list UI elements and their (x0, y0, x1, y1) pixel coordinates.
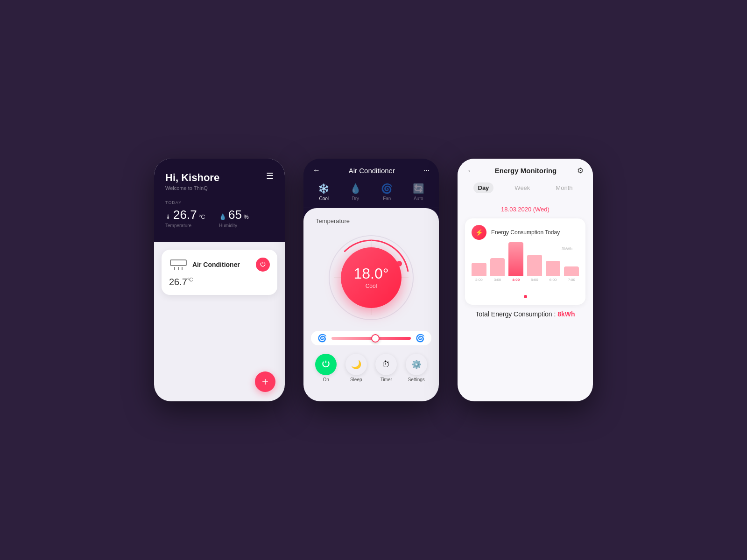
energy-topbar: ← Energy Monitoring ⚙ (458, 159, 593, 180)
back-button[interactable]: ← (313, 166, 320, 175)
bar-300: 3:00 (490, 258, 505, 282)
droplet-icon: 💧 (219, 213, 226, 220)
timer-control[interactable]: ⏱ Timer (375, 354, 397, 382)
bar-200-label: 2:00 (475, 278, 483, 282)
energy-bolt-icon: ⚡ (472, 225, 486, 240)
temperature-section-label: Temperature (316, 217, 350, 224)
temp-unit: °C (199, 214, 205, 220)
settings-label: Settings (408, 377, 425, 382)
screens-container: Hi, Kishore Welcome to ThinQ ☰ TODAY 🌡 2… (154, 159, 593, 401)
settings-button[interactable]: ⚙️ (406, 354, 427, 375)
settings-control[interactable]: ⚙️ Settings (406, 354, 427, 382)
device-temperature: 26.7°C (169, 277, 270, 287)
bar-700-label: 7:00 (568, 278, 575, 282)
device-card: Air Conditioner 26.7°C (162, 250, 277, 295)
add-device-button[interactable]: + (255, 371, 275, 392)
on-control[interactable]: On (315, 354, 337, 382)
sleep-label: Sleep (350, 377, 362, 382)
bar-500-label: 5:00 (531, 278, 538, 282)
chart-indicator-row (472, 295, 579, 298)
bar-300-label: 3:00 (494, 278, 501, 282)
screen3-energy: ← Energy Monitoring ⚙ Day Week Month 18.… (458, 159, 593, 401)
humidity-metric: 💧 65 % (219, 208, 249, 222)
temperature-dial[interactable]: 18.0° Cool (324, 231, 418, 324)
snowflake-icon: ❄️ (318, 183, 330, 194)
fan-speed-slider[interactable] (331, 337, 411, 340)
sleep-button[interactable]: 🌙 (345, 354, 367, 375)
device-name: Air Conditioner (192, 261, 240, 268)
energy-back-button[interactable]: ← (467, 167, 474, 175)
today-label: TODAY (165, 200, 274, 205)
energy-card-title: Energy Consumption Today (491, 229, 560, 236)
mode-cool[interactable]: ❄️ Cool (318, 183, 330, 201)
bar-600-rect (546, 261, 561, 276)
screen2-ac-control: ← Air Conditioner ··· ❄️ Cool 💧 Dry 🌀 Fa… (303, 159, 439, 401)
control-buttons-row: On 🌙 Sleep ⏱ Timer ⚙️ Settings (311, 352, 431, 384)
mode-dry-label: Dry (352, 196, 359, 201)
hamburger-icon[interactable]: ☰ (266, 172, 274, 180)
energy-card: ⚡ Energy Consumption Today 3kWh 2:00 3:0… (465, 218, 585, 305)
chart-max-label: 3kWh (562, 246, 572, 251)
sleep-control[interactable]: 🌙 Sleep (345, 354, 367, 382)
metrics-row: 🌡 26.7 °C Temperature 💧 65 % Humidity (165, 208, 274, 228)
energy-date: 18.03.2020 (Wed) (465, 206, 585, 213)
bar-500: 5:00 (527, 255, 542, 282)
mode-fan-label: Fan (383, 196, 391, 201)
chart-indicator-dot (524, 295, 527, 298)
bar-700-rect (564, 266, 579, 276)
ac-title: Air Conditioner (349, 167, 395, 175)
bar-400-label: 4:00 (512, 278, 520, 282)
mode-tabs: ❄️ Cool 💧 Dry 🌀 Fan 🔄 Auto (303, 179, 439, 208)
fan-speed-row: 🌀 🌀 (311, 331, 431, 345)
energy-gear-icon[interactable]: ⚙ (577, 166, 584, 175)
bar-700: 7:00 (564, 266, 579, 282)
mode-dry[interactable]: 💧 Dry (350, 183, 361, 201)
ac-unit-icon (169, 257, 188, 272)
time-tabs: Day Week Month (458, 180, 593, 199)
total-consumption-row: Total Energy Consumption : 8kWh (465, 310, 585, 318)
mode-cool-label: Cool (319, 196, 329, 201)
bar-600: 6:00 (546, 261, 561, 282)
dial-temp-mode: Cool (366, 283, 377, 289)
bar-300-rect (490, 258, 505, 276)
bar-200: 2:00 (472, 263, 486, 282)
on-button[interactable] (315, 354, 337, 375)
tab-month[interactable]: Month (551, 182, 577, 193)
humidity-value: 65 (228, 208, 242, 222)
energy-body: 18.03.2020 (Wed) ⚡ Energy Consumption To… (458, 199, 593, 401)
power-button[interactable] (256, 258, 270, 272)
energy-title: Energy Monitoring (495, 167, 557, 175)
total-label: Total Energy Consumption : (475, 310, 556, 318)
on-label: On (323, 377, 329, 382)
screen1-home: Hi, Kishore Welcome to ThinQ ☰ TODAY 🌡 2… (154, 159, 285, 401)
timer-button[interactable]: ⏱ (375, 354, 397, 375)
tab-day[interactable]: Day (473, 182, 494, 193)
bar-600-label: 6:00 (550, 278, 557, 282)
humidity-unit: % (244, 214, 249, 220)
more-button[interactable]: ··· (423, 166, 430, 175)
energy-chart: 3kWh 2:00 3:00 4:00 (472, 246, 579, 293)
subtitle-text: Welcome to ThinQ (165, 185, 219, 191)
dry-icon: 💧 (350, 183, 361, 194)
tab-week[interactable]: Week (510, 182, 535, 193)
mode-auto[interactable]: 🔄 Auto (413, 183, 424, 201)
mode-auto-label: Auto (414, 196, 423, 201)
fan-low-icon: 🌀 (317, 334, 327, 343)
temperature-metric: 🌡 26.7 °C (165, 208, 205, 222)
bar-500-rect (527, 255, 542, 276)
mode-fan[interactable]: 🌀 Fan (381, 183, 393, 201)
ac-topbar: ← Air Conditioner ··· (303, 159, 439, 179)
ac-body: Temperature 18.0° (303, 208, 439, 401)
bar-400-rect (508, 242, 523, 276)
total-value: 8kWh (557, 310, 575, 318)
auto-icon: 🔄 (413, 183, 424, 194)
greeting-text: Hi, Kishore (165, 172, 219, 184)
home-body: Air Conditioner 26.7°C + (154, 242, 285, 401)
humidity-label: Humidity (219, 223, 249, 228)
dial-center: 18.0° Cool (341, 247, 402, 308)
fan-icon: 🌀 (381, 183, 393, 194)
slider-thumb (371, 334, 380, 343)
home-header: Hi, Kishore Welcome to ThinQ ☰ TODAY 🌡 2… (154, 159, 285, 242)
dial-temp-value: 18.0° (353, 266, 388, 281)
bar-chart: 2:00 3:00 4:00 5:00 (472, 246, 579, 288)
